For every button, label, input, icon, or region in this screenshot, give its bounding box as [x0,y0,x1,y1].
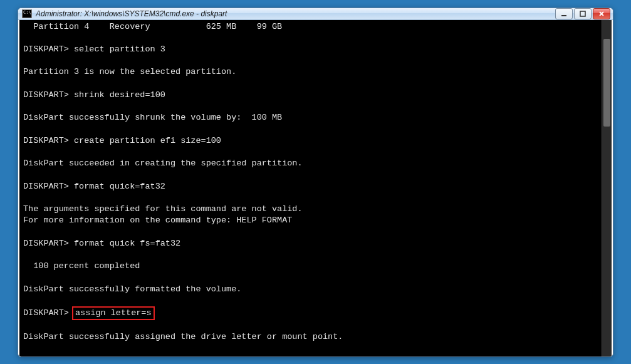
console-line: DISKPART> shrink desired=100 [23,90,608,101]
console-line [23,147,608,158]
console-line: DISKPART> format quick=fat32 [23,181,608,192]
console-line: DiskPart successfully shrunk the volume … [23,112,608,123]
console-line [23,101,608,112]
vertical-scrollbar[interactable] [602,20,612,357]
console-line [23,226,608,237]
console-line [23,169,608,180]
console-line: DiskPart succeeded in creating the speci… [23,158,608,169]
console-line [23,33,608,44]
console-line [23,55,608,66]
console-line [23,192,608,204]
console-line: DISKPART> select partition 3 [23,44,608,55]
console-line: DISKPART> create partition efi size=100 [23,135,608,147]
window-title: Administrator: X:\windows\SYSTEM32\cmd.e… [36,9,555,18]
console-line [23,272,608,283]
scroll-thumb[interactable] [603,39,610,127]
console-line: Partition 3 is now the selected partitio… [23,66,608,78]
svg-rect-1 [580,11,585,16]
close-button[interactable] [593,8,610,19]
console-line: DISKPART> [23,355,608,357]
highlighted-command: assign letter=s [72,306,155,320]
console-line [23,343,608,355]
maximize-button[interactable] [574,8,592,19]
console-line [23,320,608,331]
console-line: DiskPart successfully formatted the volu… [23,284,608,295]
console-line [23,295,608,306]
console-line: Partition 4 Recovery 625 MB 99 GB [23,21,608,33]
console-line: The arguments specified for this command… [23,204,608,215]
console-line: For more information on the command type… [23,215,608,226]
svg-rect-0 [561,15,566,16]
console-line: DISKPART> assign letter=s [23,306,608,320]
console-line: DiskPart successfully assigned the drive… [23,331,608,343]
window-controls [555,8,610,19]
console-line [23,249,608,261]
cmd-icon [22,9,32,18]
console-output[interactable]: Partition 4 Recovery 625 MB 99 GB DISKPA… [19,20,612,357]
console-line: DISKPART> format quick fs=fat32 [23,238,608,249]
console-line [23,123,608,135]
cmd-window: Administrator: X:\windows\SYSTEM32\cmd.e… [18,8,613,357]
console-area: Partition 4 Recovery 625 MB 99 GB DISKPA… [18,20,613,357]
console-line: 100 percent completed [23,261,608,272]
titlebar[interactable]: Administrator: X:\windows\SYSTEM32\cmd.e… [18,8,613,20]
console-line [23,78,608,90]
minimize-button[interactable] [555,8,573,19]
